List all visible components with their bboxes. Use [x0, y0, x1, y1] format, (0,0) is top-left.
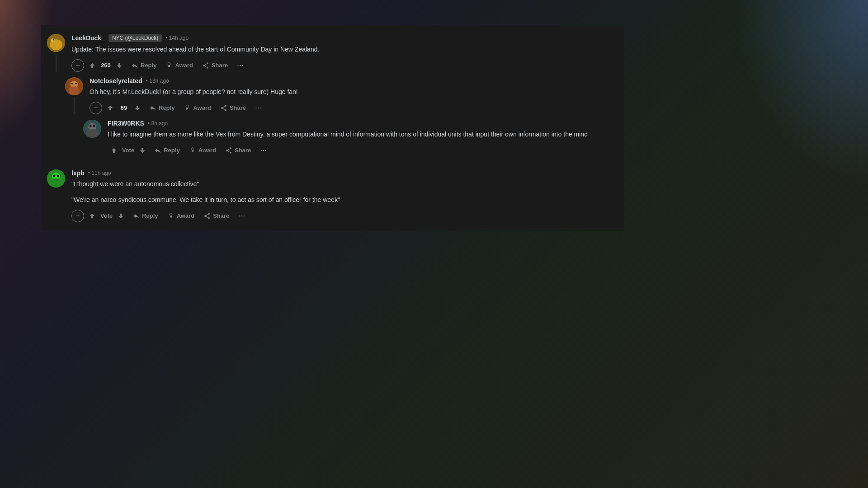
- upvote-button-notclosely[interactable]: [104, 103, 117, 113]
- reply-button-lxpb[interactable]: Reply: [129, 210, 161, 222]
- award-icon: [165, 62, 173, 69]
- downvote-button-notclosely[interactable]: [131, 103, 144, 113]
- award-button-leekduck[interactable]: Award: [162, 59, 197, 72]
- share-icon-notclosely: [220, 104, 227, 112]
- vote-count-notclosely: 69: [118, 104, 129, 111]
- share-button-fir3w0rks[interactable]: Share: [222, 144, 255, 157]
- downvote-button-fir3w0rks[interactable]: [136, 145, 149, 156]
- comment-leekduck: LeekDuck_ NYC (@LeekDuck) • 14h ago Upda…: [45, 34, 615, 72]
- replies-level2: FIR3W0RKS • 8h ago I like to imagine the…: [81, 120, 615, 157]
- comment-notclosely: Notcloselyrelated • 13h ago Oh hey, it's…: [63, 77, 615, 114]
- upvote-button-lxpb[interactable]: [86, 211, 99, 221]
- upvote-button-fir3w0rks[interactable]: [108, 145, 120, 156]
- award-button-notclosely[interactable]: Award: [180, 102, 215, 114]
- user-tag-leekduck: NYC (@LeekDuck): [108, 34, 162, 42]
- timestamp-lxpb: • 11h ago: [88, 170, 111, 176]
- reply-icon-lxpb: [132, 212, 140, 220]
- award-button-lxpb[interactable]: Award: [164, 210, 198, 222]
- svg-point-19: [57, 175, 59, 177]
- comment-body-lxpb: lxpb • 11h ago "I thought we were an aut…: [67, 169, 615, 222]
- comment-text-leekduck: Update: The issues were resolved ahead o…: [71, 45, 615, 54]
- svg-point-18: [53, 175, 56, 177]
- more-options-button-notclosely[interactable]: ···: [251, 101, 265, 114]
- upvote-icon-lxpb: [89, 212, 96, 220]
- comment-lxpb-wrapper: lxpb • 11h ago "I thought we were an aut…: [45, 169, 615, 222]
- downvote-icon: [116, 62, 123, 69]
- more-options-button-lxpb[interactable]: ···: [235, 209, 249, 222]
- comment-header-fir3w0rks: FIR3W0RKS • 8h ago: [108, 120, 615, 127]
- vote-count-leekduck: 260: [100, 62, 111, 69]
- username-notclosely: Notcloselyrelated: [90, 77, 142, 84]
- svg-point-14: [93, 125, 95, 127]
- timestamp-leekduck: • 14h ago: [165, 35, 189, 41]
- share-icon: [202, 62, 209, 69]
- username-leekduck: LeekDuck_: [71, 34, 105, 42]
- reply-icon-notclosely: [149, 104, 156, 112]
- svg-point-4: [53, 39, 54, 41]
- reply-icon-fir3w0rks: [154, 147, 161, 154]
- upvote-icon: [89, 62, 96, 69]
- award-icon-fir3w0rks: [189, 147, 196, 154]
- upvote-button-leekduck[interactable]: [86, 60, 99, 71]
- thread-line-notclosely: [74, 97, 75, 114]
- upvote-icon-notclosely: [107, 104, 114, 112]
- svg-point-13: [90, 125, 92, 127]
- comment-text-lxpb-1: "I thought we were an autonomous collect…: [71, 179, 615, 189]
- collapse-button-lxpb[interactable]: −: [71, 210, 84, 222]
- svg-point-9: [75, 83, 77, 84]
- more-options-button-fir3w0rks[interactable]: ···: [256, 144, 270, 157]
- vote-label-lxpb: Vote: [100, 212, 113, 219]
- downvote-icon-fir3w0rks: [139, 147, 146, 154]
- share-button-lxpb[interactable]: Share: [200, 210, 233, 222]
- upvote-icon-fir3w0rks: [110, 147, 118, 154]
- action-bar-fir3w0rks: Vote Reply Award: [108, 144, 615, 157]
- reply-button-fir3w0rks[interactable]: Reply: [151, 144, 183, 157]
- comment-fir3w0rks: FIR3W0RKS • 8h ago I like to imagine the…: [81, 120, 615, 157]
- reply-button-notclosely[interactable]: Reply: [146, 102, 178, 114]
- comment-lxpb: lxpb • 11h ago "I thought we were an aut…: [45, 169, 615, 222]
- avatar-lxpb: [47, 169, 65, 188]
- vote-label-fir3w0rks: Vote: [122, 147, 134, 154]
- comment-header-notclosely: Notcloselyrelated • 13h ago: [90, 77, 615, 84]
- comments-panel: LeekDuck_ NYC (@LeekDuck) • 14h ago Upda…: [41, 25, 624, 231]
- comment-header-leekduck: LeekDuck_ NYC (@LeekDuck) • 14h ago: [71, 34, 615, 42]
- reply-icon: [131, 62, 138, 69]
- thread-line: [56, 54, 57, 72]
- award-icon-lxpb: [167, 212, 175, 220]
- svg-point-8: [71, 83, 73, 84]
- downvote-button-lxpb[interactable]: [114, 211, 127, 221]
- share-button-notclosely[interactable]: Share: [217, 102, 250, 114]
- downvote-icon-lxpb: [117, 212, 124, 220]
- comment-text-fir3w0rks: I like to imagine them as more like the …: [108, 130, 615, 139]
- collapse-button-notclosely[interactable]: −: [90, 102, 102, 114]
- collapse-button-leekduck[interactable]: −: [71, 59, 84, 72]
- svg-point-12: [86, 129, 98, 138]
- action-bar-notclosely: − 69 Reply Award: [90, 101, 615, 114]
- downvote-button-leekduck[interactable]: [113, 60, 126, 71]
- svg-point-7: [69, 86, 80, 95]
- avatar-notclosely: [65, 77, 83, 95]
- comment-body-fir3w0rks: FIR3W0RKS • 8h ago I like to imagine the…: [103, 120, 615, 157]
- username-lxpb: lxpb: [71, 169, 85, 177]
- share-button-leekduck[interactable]: Share: [198, 59, 231, 72]
- comment-body-leekduck: LeekDuck_ NYC (@LeekDuck) • 14h ago Upda…: [67, 34, 615, 72]
- comment-text-notclosely: Oh hey, it's Mr.LeekDuck! (or a group of…: [90, 87, 615, 97]
- username-fir3w0rks: FIR3W0RKS: [108, 120, 144, 127]
- reply-button-leekduck[interactable]: Reply: [127, 59, 160, 72]
- award-button-fir3w0rks[interactable]: Award: [185, 144, 220, 157]
- replies-level1: Notcloselyrelated • 13h ago Oh hey, it's…: [63, 77, 615, 157]
- action-bar-lxpb: − Vote Reply Award: [71, 209, 615, 222]
- avatar-leekduck: [47, 34, 65, 52]
- avatar-fir3w0rks: [83, 120, 101, 138]
- timestamp-notclosely: • 13h ago: [146, 78, 169, 84]
- comment-text-lxpb-2: "We're an narco-syndicous commune. We ta…: [71, 195, 615, 205]
- share-icon-lxpb: [203, 212, 211, 220]
- action-bar-leekduck: − 260 Reply Award Share: [71, 59, 615, 72]
- comment-header-lxpb: lxpb • 11h ago: [71, 169, 615, 177]
- award-icon-notclosely: [184, 104, 191, 112]
- share-icon-fir3w0rks: [225, 147, 232, 154]
- comment-body-notclosely: Notcloselyrelated • 13h ago Oh hey, it's…: [85, 77, 615, 114]
- timestamp-fir3w0rks: • 8h ago: [148, 120, 168, 127]
- downvote-icon-notclosely: [134, 104, 141, 112]
- more-options-button-leekduck[interactable]: ···: [233, 59, 247, 72]
